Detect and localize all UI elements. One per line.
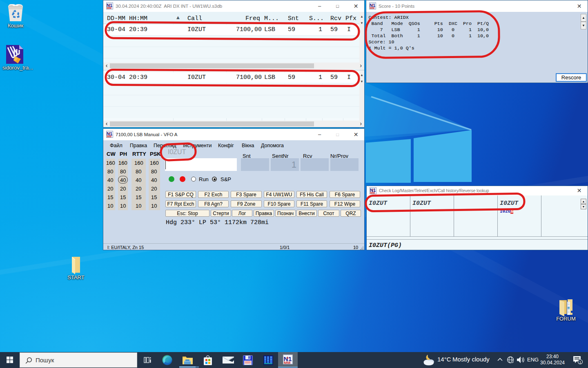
svg-text:+: + xyxy=(286,355,289,360)
svg-text:MM: MM xyxy=(370,7,375,9)
svg-text:MM: MM xyxy=(107,135,112,138)
svg-text:1: 1 xyxy=(579,360,581,364)
svg-text:MM: MM xyxy=(284,360,290,364)
svg-text:MM: MM xyxy=(370,191,375,194)
svg-text:MM: MM xyxy=(107,7,112,9)
